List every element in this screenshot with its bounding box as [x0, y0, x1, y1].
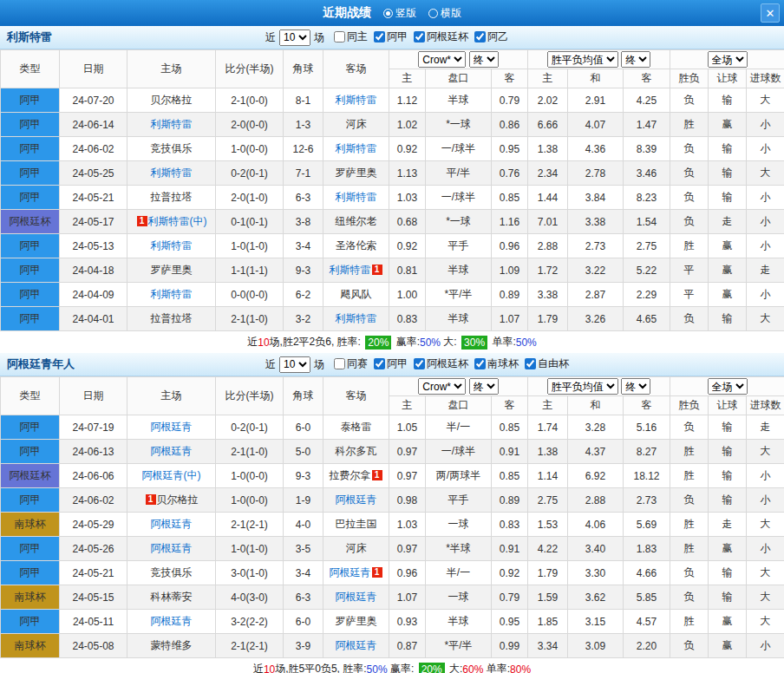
odds-period-select[interactable]: 终 — [469, 51, 499, 68]
checkbox-input[interactable] — [474, 358, 486, 369]
checkbox-input[interactable] — [334, 31, 345, 42]
odds-company-select[interactable]: Crow* — [418, 378, 466, 395]
checkbox-input[interactable] — [414, 358, 425, 369]
team-link[interactable]: 罗萨里奥 — [151, 264, 193, 276]
filter-checkbox-阿根廷杯[interactable]: 阿根廷杯 — [414, 356, 468, 371]
match-count-select[interactable]: 10 — [279, 356, 310, 373]
team-link[interactable]: 蒙特维多 — [151, 639, 193, 651]
team-link[interactable]: 阿根廷青 — [336, 639, 377, 651]
team-link[interactable]: 河床 — [346, 118, 367, 130]
checkbox-input[interactable] — [525, 358, 536, 369]
scope-select[interactable]: 全场 — [708, 378, 748, 395]
europe-odds-select[interactable]: 胜平负均值 — [547, 51, 618, 68]
europe-away-odds-cell: 8.39 — [624, 137, 670, 161]
odds-company-select[interactable]: Crow* — [418, 51, 466, 68]
filter-checkbox-同主[interactable]: 同主 — [334, 29, 368, 44]
europe-draw-odds-cell: 3.84 — [568, 186, 624, 210]
asia-home-odds-cell: 0.97 — [389, 464, 426, 488]
filter-checkbox-阿乙[interactable]: 阿乙 — [474, 29, 508, 44]
col-away: 客场 — [323, 377, 389, 415]
away-team-cell: 罗萨里奥 — [323, 610, 389, 634]
team-link[interactable]: 贝尔格拉 — [151, 94, 193, 106]
goal-result-cell: 大 — [747, 161, 784, 186]
checkbox-input[interactable] — [414, 31, 425, 42]
asia-away-odds-cell: 0.86 — [492, 113, 528, 137]
team-link[interactable]: 竞技俱乐 — [151, 566, 193, 578]
team-link[interactable]: 阿根廷青 — [151, 542, 193, 554]
scope-select[interactable]: 全场 — [708, 51, 748, 68]
team-link[interactable]: 飓风队 — [341, 288, 372, 300]
summary-bar: 近10场,胜5平0负5, 胜率:50% 赢率: 20% 大:60% 单率:80% — [0, 658, 784, 673]
corner-cell: 3-8 — [284, 210, 323, 234]
filter-checkbox-自由杯[interactable]: 自由杯 — [525, 356, 569, 371]
team-link[interactable]: 阿根廷青 — [330, 566, 371, 578]
europe-home-odds-cell: 7.01 — [528, 210, 568, 234]
table-row: 阿根廷杯24-06-06阿根廷青(中)1-0(0-0)9-3拉费尔拿10.97两… — [1, 464, 784, 488]
team-link[interactable]: 科尔多瓦 — [336, 445, 377, 457]
filter-checkbox-南球杯[interactable]: 南球杯 — [474, 356, 519, 371]
date-cell: 24-06-06 — [60, 464, 127, 488]
team-link[interactable]: 罗萨里奥 — [336, 167, 377, 179]
checkbox-input[interactable] — [374, 358, 385, 369]
team-link[interactable]: 阿根廷青 — [151, 421, 193, 433]
team-name: 阿根廷青年人 — [7, 356, 75, 372]
team-link[interactable]: 科林蒂安 — [151, 591, 193, 603]
asia-away-odds-cell: 0.95 — [492, 610, 528, 634]
team-link[interactable]: 阿根廷青 — [336, 493, 377, 506]
filter-checkbox-阿甲[interactable]: 阿甲 — [374, 356, 408, 371]
team-link[interactable]: 阿根廷青 — [336, 591, 377, 603]
close-button[interactable]: ✕ — [761, 3, 780, 23]
team-link[interactable]: 竞技俱乐 — [151, 142, 193, 154]
europe-odds-select[interactable]: 胜平负均值 — [547, 378, 618, 395]
team-link[interactable]: 利斯特雷 — [336, 142, 377, 154]
team-link[interactable]: 巴拉圭国 — [336, 518, 377, 530]
team-link[interactable]: 利斯特雷 — [336, 94, 377, 106]
filter-checkbox-阿根廷杯[interactable]: 阿根廷杯 — [414, 29, 468, 44]
handicap-cell: *平/半 — [426, 634, 492, 658]
filter-checkbox-阿甲[interactable]: 阿甲 — [374, 29, 408, 44]
team-link[interactable]: 利斯特雷 — [330, 264, 371, 276]
handicap-result-cell: 赢 — [709, 283, 747, 307]
team-link[interactable]: 拉费尔拿 — [330, 469, 371, 481]
away-team-cell: 纽维尔老 — [323, 210, 389, 234]
orientation-horizontal-radio[interactable]: 横版 — [428, 6, 461, 21]
team-link[interactable]: 泰格雷 — [341, 421, 372, 433]
team-link[interactable]: 阿根廷青(中) — [142, 469, 201, 481]
europe-home-odds-cell: 6.66 — [528, 113, 568, 137]
team-link[interactable]: 利斯特雷 — [151, 118, 193, 130]
orientation-vertical-radio[interactable]: 竖版 — [383, 6, 416, 21]
checkbox-input[interactable] — [474, 31, 486, 42]
home-team-cell: 利斯特雷 — [127, 113, 216, 137]
corner-cell: 3-4 — [284, 561, 323, 585]
europe-away-odds-cell: 8.23 — [624, 186, 670, 210]
europe-period-select[interactable]: 终 — [621, 51, 650, 68]
team-link[interactable]: 利斯特雷 — [151, 167, 193, 179]
team-link[interactable]: 阿根廷青 — [151, 445, 193, 457]
team-link[interactable]: 阿根廷青 — [151, 518, 193, 530]
team-link[interactable]: 罗萨里奥 — [336, 615, 377, 627]
europe-period-select[interactable]: 终 — [621, 378, 650, 395]
team-link[interactable]: 利斯特雷 — [336, 191, 377, 203]
team-link[interactable]: 圣洛伦索 — [336, 239, 377, 252]
team-link[interactable]: 贝尔格拉 — [157, 493, 199, 506]
odds-period-select[interactable]: 终 — [469, 378, 499, 395]
checkbox-input[interactable] — [334, 358, 345, 369]
radio-selected-icon — [383, 9, 393, 18]
home-team-cell: 阿根廷青 — [127, 440, 216, 464]
team-link[interactable]: 利斯特雷 — [336, 312, 377, 324]
team-link[interactable]: 利斯特雷 — [151, 288, 193, 300]
goal-result-cell: 小 — [747, 634, 784, 658]
date-cell: 24-04-18 — [60, 258, 127, 283]
team-link[interactable]: 利斯特雷(中) — [148, 215, 207, 227]
team-link[interactable]: 阿根廷青 — [151, 615, 193, 627]
europe-draw-odds-cell: 2.87 — [568, 283, 624, 307]
team-link[interactable]: 河床 — [346, 542, 367, 554]
team-link[interactable]: 拉普拉塔 — [151, 312, 193, 324]
filter-checkbox-同赛[interactable]: 同赛 — [334, 356, 368, 371]
team-link[interactable]: 纽维尔老 — [336, 215, 377, 227]
team-link[interactable]: 利斯特雷 — [151, 239, 193, 252]
checkbox-input[interactable] — [374, 31, 385, 42]
team-link[interactable]: 拉普拉塔 — [151, 191, 193, 203]
match-count-select[interactable]: 10 — [279, 29, 310, 46]
date-cell: 24-06-14 — [60, 113, 127, 137]
